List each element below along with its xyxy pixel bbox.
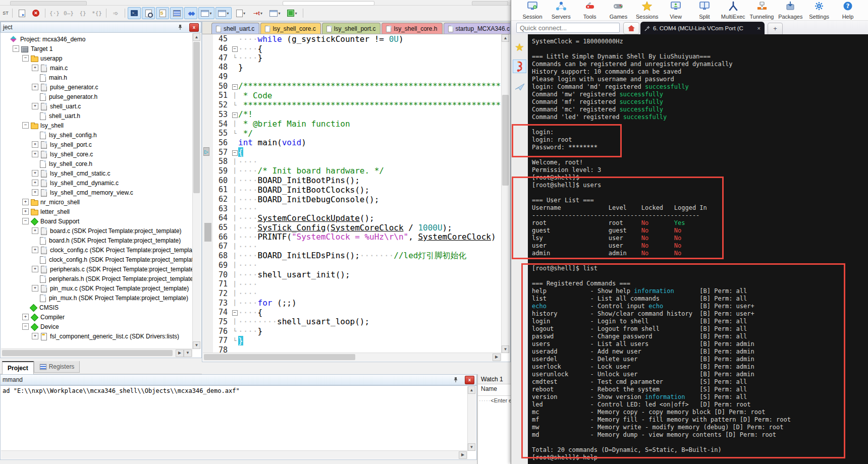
code-line-45[interactable]: 45····while (g_systickCounter != 0U) (203, 34, 502, 44)
tree-item[interactable]: +nr_micro_shell (1, 197, 193, 207)
command-vscrollbar[interactable]: ▲ ▼ (467, 386, 476, 451)
expand-icon[interactable]: + (32, 103, 38, 109)
scroll-up-arrow[interactable]: ▲ (468, 386, 475, 394)
scroll-right-arrow[interactable]: ▶ (176, 350, 184, 357)
collapse-icon[interactable]: − (22, 323, 29, 330)
expand-icon[interactable]: + (32, 189, 38, 196)
scrollbar-thumb[interactable] (502, 95, 509, 186)
code-line-72[interactable]: 72│···· (203, 289, 502, 299)
insert-trace-button[interactable]: ▸ (15, 7, 28, 19)
expand-icon[interactable]: + (22, 314, 29, 320)
editor-tab-shell_uart.c[interactable]: shell_uart.c (211, 23, 259, 34)
collapse-icon[interactable]: − (22, 218, 29, 224)
tree-item[interactable]: +lsy_shell_cmd_dynamic.c (1, 178, 193, 188)
run-to-line-button[interactable]: *{} (90, 7, 103, 19)
symbol-window-toggle[interactable]: S (156, 7, 169, 19)
menu-item-help[interactable]: ?Help (834, 1, 862, 20)
tree-item[interactable]: CMSIS (1, 303, 193, 312)
expand-icon[interactable]: + (32, 170, 38, 177)
project-tree-hscrollbar[interactable]: ▶ ▼ (1, 349, 193, 357)
scroll-down-arrow[interactable]: ▼ (184, 350, 192, 357)
code-line-50[interactable]: 50−/************************************… (203, 81, 502, 91)
command-window-toggle[interactable]: >_ (128, 7, 141, 19)
scroll-up-arrow[interactable]: ▲ (502, 34, 509, 42)
stop-debug-button[interactable]: ✕ (29, 7, 42, 19)
code-line-75[interactable]: 75│········shell_usart_loop(); (203, 317, 502, 327)
send-paper-plane-icon[interactable] (513, 80, 526, 93)
expand-icon[interactable]: + (32, 247, 38, 253)
tree-item[interactable]: +pulse_generator.c (1, 82, 193, 92)
tree-item[interactable]: +lsy_shell_core.c (1, 149, 193, 159)
tree-item[interactable]: peripherals.h (SDK Project Template:proj… (1, 274, 193, 283)
code-line-64[interactable]: 64│····SystemCoreClockUpdate(); (203, 213, 502, 223)
home-tab-button[interactable] (623, 22, 639, 34)
code-line-63[interactable]: 63│···· (203, 204, 502, 213)
fold-collapse-box[interactable]: − (231, 309, 238, 316)
menu-item-games[interactable]: Games (604, 1, 632, 20)
tree-item[interactable]: +lsy_shell_cmd_memory_view.c (1, 188, 193, 197)
step-over-button[interactable]: 0̶} (62, 7, 75, 19)
code-line-48[interactable]: 48} (203, 63, 502, 72)
tree-item[interactable]: lsy_shell_config.h (1, 130, 193, 140)
fold-collapse-box[interactable]: − (231, 83, 238, 90)
menu-item-packages[interactable]: Packages (776, 1, 804, 20)
expand-icon[interactable]: + (32, 84, 38, 90)
tree-item[interactable]: +fsl_component_generic_list.c (SDK Drive… (1, 331, 193, 341)
expand-icon[interactable]: + (32, 180, 38, 186)
watch-empty-row[interactable]: ·····<Enter ex (478, 396, 511, 464)
scrollbar-thumb[interactable] (2, 350, 173, 356)
editor-tab-lsy_shell_core.h[interactable]: lsy_shell_core.h (382, 23, 442, 34)
watch-windows-dropdown[interactable]: ▾ (198, 7, 214, 19)
tree-item[interactable]: main.h (1, 73, 193, 82)
tree-item[interactable]: +letter_shell (1, 207, 193, 216)
code-line-54[interactable]: 54│ * @brief Main function (203, 119, 502, 129)
run-button[interactable]: ➾ (109, 7, 122, 19)
scrollbar-thumb[interactable] (193, 42, 200, 193)
new-tab-button[interactable]: + (768, 23, 783, 35)
tree-item[interactable]: Project: mcxa346_demo (1, 34, 193, 44)
expand-icon[interactable]: + (32, 141, 38, 148)
collapse-icon[interactable]: − (22, 122, 29, 129)
code-line-53[interactable]: 53−/*! (203, 110, 502, 120)
menu-item-servers[interactable]: Servers (547, 1, 575, 20)
session-tab-com4[interactable]: 6. COM4 (MCU-Link VCom Port (C × (640, 22, 765, 35)
code-line-66[interactable]: 66│····PRINTF("SystemClock = %uHz\r\n", … (203, 232, 502, 242)
reset-button[interactable]: ST (2, 7, 10, 19)
code-line-76[interactable]: 76└····} (203, 326, 502, 336)
collapse-icon[interactable]: − (22, 55, 29, 62)
expand-icon[interactable]: + (32, 151, 38, 157)
disassembly-window-toggle[interactable] (142, 7, 155, 19)
expand-icon[interactable]: + (22, 208, 29, 215)
editor-tab-lsy_shell_port.c[interactable]: lsy_shell_port.c (322, 23, 381, 34)
editor-vscrollbar[interactable]: ▲ ▼ (501, 34, 510, 353)
tree-item[interactable]: −Target 1 (1, 44, 193, 53)
code-line-47[interactable]: 47└····} (203, 53, 502, 63)
fold-collapse-box[interactable]: − (231, 149, 238, 156)
code-line-78[interactable]: 78 (203, 345, 502, 353)
code-line-62[interactable]: 62│····BOARD_InitDebugConsole(); (203, 195, 502, 204)
tree-item[interactable]: +clock_config.c (SDK Project Template:pr… (1, 245, 193, 255)
pin-icon[interactable] (452, 376, 460, 384)
tab-registers[interactable]: Registers (34, 361, 80, 373)
system-viewer-dropdown[interactable]: ▾ (284, 7, 300, 19)
code-line-51[interactable]: 51│ * Code (203, 91, 502, 100)
expand-icon[interactable]: + (32, 285, 38, 292)
tree-item[interactable]: −Device (1, 322, 193, 331)
editor-content[interactable]: 45····while (g_systickCounter != 0U)46−·… (203, 34, 502, 353)
expand-icon[interactable]: + (32, 266, 38, 272)
expand-icon[interactable]: + (22, 199, 29, 205)
memory-windows-dropdown[interactable]: ▾ (215, 7, 232, 19)
tree-item[interactable]: pulse_generator.h (1, 92, 193, 101)
step-out-button[interactable]: {} (76, 7, 89, 19)
menu-item-tools[interactable]: Tools (576, 1, 604, 20)
tree-item[interactable]: +Compiler (1, 312, 193, 322)
code-line-55[interactable]: 55└ */ (203, 129, 502, 138)
scroll-down-arrow[interactable]: ▼ (468, 443, 475, 451)
menu-item-settings[interactable]: Settings (805, 1, 833, 20)
code-line-73[interactable]: 73│····for (;;) (203, 298, 502, 308)
code-line-65[interactable]: 65│····SysTick_Config(SystemCoreClock / … (203, 223, 502, 233)
tree-item[interactable]: board.h (SDK Project Template:project_te… (1, 236, 193, 245)
command-output[interactable]: ad "E:\\nxp\\Workplace\\mcxa346_shell\\O… (0, 385, 477, 460)
menu-item-multiexec[interactable]: MultiExec (719, 1, 747, 20)
bookmarks-star-icon[interactable]: ★ (513, 40, 526, 54)
